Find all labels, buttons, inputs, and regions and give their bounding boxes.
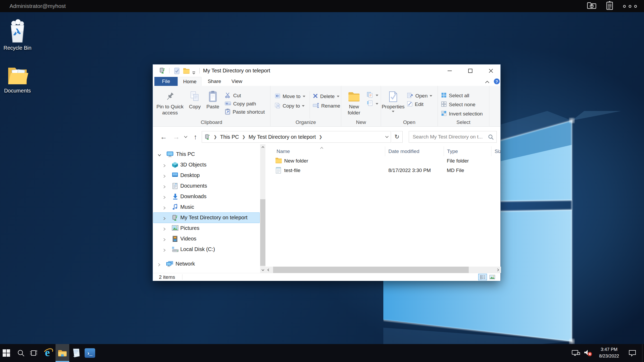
sidebar-item-desktop[interactable]: Desktop — [153, 170, 260, 181]
collapse-ribbon-icon[interactable] — [485, 79, 490, 85]
tab-file[interactable]: File — [154, 77, 178, 86]
desktop-icon-recycle-bin[interactable]: Recycle Bin — [2, 19, 33, 51]
help-icon[interactable]: ? — [494, 78, 500, 84]
internet-explorer-button[interactable]: e — [42, 344, 55, 362]
cut-button[interactable]: Cut — [225, 92, 241, 99]
qat-properties-icon[interactable] — [174, 68, 180, 76]
paste-shortcut-button[interactable]: Paste shortcut — [225, 109, 265, 115]
sidebar-item-videos[interactable]: Videos — [153, 234, 260, 244]
minimize-button[interactable] — [442, 64, 458, 77]
chevron-right-icon[interactable] — [163, 226, 166, 232]
chevron-down-icon[interactable] — [158, 152, 161, 158]
breadcrumb-chevron-icon: ❯ — [214, 134, 217, 139]
move-to-label: Move to — [283, 94, 301, 99]
chevron-right-icon[interactable] — [163, 205, 166, 211]
taskbar-search-button[interactable] — [15, 344, 27, 362]
column-header-name[interactable]: Name — [265, 146, 385, 156]
breadcrumb-this-pc[interactable]: This PC — [220, 134, 239, 140]
paste-button[interactable]: Paste — [204, 88, 222, 110]
recent-locations-chevron[interactable] — [182, 132, 189, 142]
up-button[interactable]: ↑ — [190, 132, 200, 142]
column-header-date-modified[interactable]: Date modified — [385, 146, 444, 156]
tray-clock[interactable]: 3:47 PM 8/23/2022 — [595, 346, 623, 359]
select-none-button[interactable]: Select none — [441, 101, 475, 108]
sidebar-item-this-pc[interactable]: This PC — [153, 149, 260, 160]
title-bar[interactable]: My Test Directory on teleport — [153, 64, 500, 77]
sidebar-item-network[interactable]: Network — [153, 259, 260, 269]
start-button[interactable] — [0, 344, 13, 362]
task-view-button[interactable] — [27, 344, 40, 362]
scroll-left-icon[interactable] — [265, 267, 271, 273]
details-view-button[interactable] — [478, 274, 487, 280]
tray-volume-muted-icon[interactable] — [582, 344, 594, 362]
sidebar-item-downloads[interactable]: Downloads — [153, 191, 260, 202]
pin-to-quick-access-button[interactable]: Pin to Quick access — [154, 88, 186, 116]
copy-button[interactable]: Copy — [187, 88, 203, 110]
select-all-button[interactable]: Select all — [441, 92, 469, 99]
action-center-icon[interactable] — [625, 344, 639, 362]
move-to-button[interactable]: Move to — [275, 93, 305, 100]
search-icon[interactable] — [488, 134, 494, 141]
address-dropdown-chevron[interactable] — [385, 136, 389, 138]
sidebar-item-documents[interactable]: Documents — [153, 181, 260, 191]
notepad-button[interactable] — [70, 344, 82, 362]
copy-to-button[interactable]: Copy to — [275, 103, 305, 109]
chevron-right-icon[interactable] — [163, 237, 166, 243]
large-icons-view-button[interactable] — [488, 274, 496, 280]
chevron-right-icon[interactable] — [163, 163, 166, 169]
more-options-icon[interactable] — [623, 3, 637, 9]
tab-share[interactable]: Share — [204, 77, 225, 86]
rename-button[interactable]: Rename — [313, 103, 340, 109]
search-input[interactable] — [412, 132, 486, 142]
scrollbar-thumb[interactable] — [260, 199, 265, 266]
clipboard-icon[interactable] — [606, 1, 613, 11]
refresh-button[interactable]: ↻ — [392, 131, 403, 143]
properties-icon — [389, 88, 398, 102]
chevron-right-icon[interactable] — [163, 184, 166, 190]
breadcrumb-current-folder[interactable]: My Test Directory on teleport — [249, 134, 316, 140]
sidebar-item-my-test-directory[interactable]: My Test Directory on teleport — [153, 212, 260, 223]
file-transfer-icon[interactable] — [587, 2, 596, 11]
chevron-right-icon[interactable] — [163, 247, 166, 253]
scroll-up-icon[interactable] — [260, 144, 265, 150]
sidebar-item-local-disk-c[interactable]: Local Disk (C:) — [153, 244, 260, 255]
open-button[interactable]: Open — [407, 92, 432, 99]
copy-path-button[interactable]: Copy path — [225, 100, 256, 107]
new-item-button[interactable] — [367, 92, 378, 99]
desktop-icon-documents[interactable]: Documents — [2, 65, 33, 94]
edit-button[interactable]: Edit — [407, 101, 424, 108]
chevron-right-icon[interactable] — [163, 216, 166, 222]
delete-button[interactable]: Delete — [313, 93, 339, 100]
tab-view[interactable]: View — [227, 77, 246, 86]
qat-new-folder-icon[interactable] — [183, 68, 190, 75]
sidebar-item-pictures[interactable]: Pictures — [153, 223, 260, 234]
file-explorer-button[interactable] — [56, 344, 69, 362]
sidebar-item-music[interactable]: Music — [153, 202, 260, 212]
maximize-button[interactable] — [462, 64, 478, 77]
address-bar[interactable]: ❯ This PC ❯ My Test Directory on telepor… — [202, 131, 391, 143]
chevron-right-icon[interactable] — [163, 173, 166, 179]
powershell-button[interactable]: ›_ — [84, 344, 96, 362]
close-button[interactable] — [483, 64, 499, 77]
nav-scrollbar[interactable] — [260, 144, 265, 273]
new-folder-button[interactable]: New folder — [344, 88, 364, 116]
scroll-right-icon[interactable] — [495, 267, 501, 273]
scroll-down-icon[interactable] — [260, 267, 265, 273]
scrollbar-thumb[interactable] — [273, 267, 469, 273]
chevron-right-icon[interactable] — [158, 262, 161, 268]
column-header-size[interactable]: Size — [491, 146, 501, 156]
sidebar-item-3d-objects[interactable]: 3D Objects — [153, 160, 260, 170]
file-list-horizontal-scrollbar[interactable] — [265, 267, 501, 273]
easy-access-button[interactable] — [367, 100, 378, 107]
tray-network-icon[interactable] — [570, 344, 582, 362]
back-button[interactable]: ← — [159, 132, 169, 142]
column-header-type[interactable]: Type — [444, 146, 491, 156]
properties-button[interactable]: Properties — [381, 88, 405, 112]
invert-selection-button[interactable]: Invert selection — [441, 110, 483, 117]
qat-customize-chevron-icon[interactable] — [192, 70, 196, 76]
forward-button[interactable]: → — [171, 132, 181, 142]
breadcrumb-chevron-icon: ❯ — [319, 134, 322, 139]
tab-home[interactable]: Home — [178, 77, 201, 86]
chevron-right-icon[interactable] — [163, 194, 166, 201]
show-desktop-button[interactable] — [642, 344, 644, 362]
